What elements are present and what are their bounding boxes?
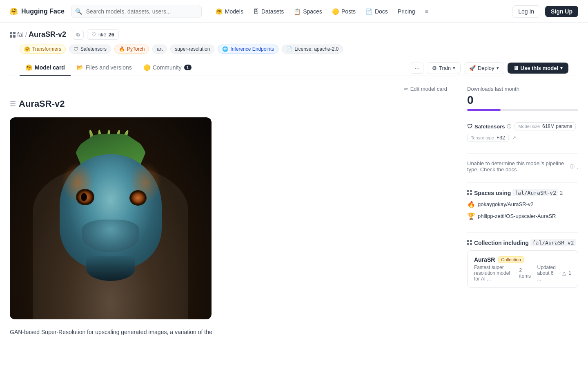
page-header: fal / AuraSR-v2 ⧉ ♡ like 26 🤗 Transforme… xyxy=(0,23,588,76)
brand-logo[interactable]: 🤗 Hugging Face xyxy=(10,7,65,15)
model-title-container: ☰ AuraSR-v2 xyxy=(10,99,447,109)
train-icon: ⚙ xyxy=(432,65,437,71)
breadcrumb: fal / AuraSR-v2 ⧉ ♡ like 26 xyxy=(10,29,578,40)
collection-title: Collection including fal/AuraSR-v2 xyxy=(467,239,578,246)
use-model-button[interactable]: 🖥 Use this model ▾ xyxy=(508,63,568,74)
community-badge: 1 xyxy=(184,65,192,70)
tags-container: 🤗 Transformers 🛡 Safetensors 🔥 PyTorch a… xyxy=(10,40,578,54)
divider-1 xyxy=(467,153,578,154)
nav-posts[interactable]: 🟡 Posts xyxy=(328,6,360,17)
main-nav: 🤗 Models 🗄 Datasets 📋 Spaces 🟡 Posts 📄 D… xyxy=(212,6,432,17)
downloads-bar-fill xyxy=(467,109,501,111)
breadcrumb-sep: / xyxy=(25,31,27,38)
copy-button[interactable]: ⧉ xyxy=(73,30,84,40)
deploy-icon: 🚀 xyxy=(469,65,476,71)
nav-datasets[interactable]: 🗄 Datasets xyxy=(249,6,288,17)
safetensors-row: 🛡 Safetensors ⓘ Model size 618M params T… xyxy=(467,122,578,142)
tabs-container: 🤗 Model card 📂 Files and versions 🟡 Comm… xyxy=(10,60,578,76)
edit-model-card-link[interactable]: ✏ Edit model card xyxy=(10,86,447,92)
more-options-button[interactable]: ⋯ xyxy=(411,63,423,74)
transformers-icon: 🤗 xyxy=(24,46,30,52)
collection-model-code: fal/AuraSR-v2 xyxy=(530,239,576,246)
collection-name-row: AuraSR Collection xyxy=(474,256,571,263)
toc-icon: ☰ xyxy=(10,100,16,108)
tag-inference-endpoints[interactable]: 🌐 Inference Endpoints xyxy=(218,45,278,54)
tag-safetensors[interactable]: 🛡 Safetensors xyxy=(69,45,111,54)
model-image-container xyxy=(10,117,212,319)
train-chevron-icon: ▾ xyxy=(453,65,455,71)
search-input[interactable] xyxy=(71,5,202,18)
space-link-1[interactable]: 🔥 gokaygokay/AuraSR-v2 xyxy=(467,200,578,208)
downloads-bar xyxy=(467,109,578,111)
search-icon: 🔍 xyxy=(75,8,82,15)
signup-button[interactable]: Sign Up xyxy=(545,6,578,17)
downloads-label: Downloads last month xyxy=(467,86,578,92)
tag-art[interactable]: art xyxy=(152,45,167,54)
spaces-model-code: fal/AuraSR-v2 xyxy=(512,189,558,196)
use-model-icon: 🖥 xyxy=(513,65,519,71)
tab-model-card[interactable]: 🤗 Model card xyxy=(20,60,71,76)
collection-name: AuraSR xyxy=(474,256,495,263)
safetensors-shield-icon: 🛡 xyxy=(467,123,472,130)
like-button[interactable]: ♡ like 26 xyxy=(87,29,119,40)
navbar-right: Log In Sign Up xyxy=(512,5,578,18)
pipeline-warning: Unable to determine this model's pipelin… xyxy=(467,160,578,173)
safetensors-section: 🛡 Safetensors ⓘ Model size 618M params T… xyxy=(467,122,578,142)
tag-super-resolution[interactable]: super-resolution xyxy=(170,45,214,54)
train-button[interactable]: ⚙ Train ▾ xyxy=(427,62,461,74)
model-card-icon: 🤗 xyxy=(25,64,32,71)
content-area: ✏ Edit model card ☰ AuraSR-v2 xyxy=(0,76,457,346)
spaces-section: Spaces using fal/AuraSR-v2 2 🔥 gokaygoka… xyxy=(467,189,578,222)
collection-card[interactable]: AuraSR Collection Fastest super resoluti… xyxy=(467,250,578,288)
model-title: AuraSR-v2 xyxy=(19,99,65,109)
tag-pytorch[interactable]: 🔥 PyTorch xyxy=(114,45,149,54)
navbar: 🤗 Hugging Face 🔍 🤗 Models 🗄 Datasets 📋 S… xyxy=(0,0,588,23)
nav-docs[interactable]: 📄 Docs xyxy=(361,6,392,17)
safetensors-info-icon[interactable]: ⓘ xyxy=(507,123,511,130)
beard xyxy=(86,256,135,281)
divider-3 xyxy=(467,232,578,233)
model-image xyxy=(10,117,212,319)
tag-license[interactable]: 📄 License: apache-2.0 xyxy=(282,45,343,54)
space-link-2[interactable]: 🏆 philipp-zettl/OS-upscaler-AuraSR xyxy=(467,212,578,220)
like-label: like xyxy=(98,31,107,38)
use-model-chevron-icon: ▾ xyxy=(560,65,563,71)
search-container: 🔍 xyxy=(71,5,202,18)
eye-left xyxy=(76,189,94,205)
nav-models[interactable]: 🤗 Models xyxy=(212,6,247,17)
tab-files-versions[interactable]: 📂 Files and versions xyxy=(71,60,138,76)
breadcrumb-actions: ⧉ ♡ like 26 xyxy=(73,29,119,40)
divider-2 xyxy=(467,182,578,183)
lizard-head xyxy=(49,130,172,285)
files-icon: 📂 xyxy=(76,64,83,71)
breadcrumb-model: AuraSR-v2 xyxy=(29,30,66,39)
pytorch-icon: 🔥 xyxy=(119,46,125,52)
spaces-list: 🔥 gokaygokay/AuraSR-v2 🏆 philipp-zettl/O… xyxy=(467,200,578,222)
nav-pricing[interactable]: Pricing xyxy=(394,6,419,17)
login-button[interactable]: Log In xyxy=(512,5,540,18)
pipeline-info-icon[interactable]: ⓘ xyxy=(570,164,575,170)
nav-spaces[interactable]: 📋 Spaces xyxy=(290,6,326,17)
snout xyxy=(82,220,139,252)
breadcrumb-user[interactable]: fal xyxy=(17,31,24,38)
deploy-chevron-icon: ▾ xyxy=(497,65,499,71)
safetensors-icon: 🛡 xyxy=(74,46,78,52)
like-count: 26 xyxy=(109,31,114,38)
model-description: GAN-based Super-Resolution for upscaling… xyxy=(10,328,447,337)
tab-community[interactable]: 🟡 Community 1 xyxy=(138,60,197,76)
safetensors-label: 🛡 Safetensors ⓘ xyxy=(467,123,511,130)
deploy-button[interactable]: 🚀 Deploy ▾ xyxy=(464,62,504,74)
safetensors-ext-link[interactable]: ↗ xyxy=(512,135,516,141)
tensor-type-tag: Tensor type F32 xyxy=(467,134,509,142)
space-2-emoji: 🏆 xyxy=(467,212,475,220)
nav-more[interactable]: ≡ xyxy=(421,6,432,17)
sidebar: Downloads last month 0 🛡 Safetensors ⓘ M… xyxy=(457,76,588,346)
collection-grid-icon xyxy=(467,240,472,245)
fal-grid-icon xyxy=(10,32,16,38)
heart-icon: ♡ xyxy=(91,31,96,38)
tag-transformers[interactable]: 🤗 Transformers xyxy=(20,45,66,54)
edit-icon: ✏ xyxy=(404,86,408,92)
spaces-grid-icon xyxy=(467,190,472,195)
community-icon: 🟡 xyxy=(143,64,150,71)
brand-name: Hugging Face xyxy=(21,8,65,15)
